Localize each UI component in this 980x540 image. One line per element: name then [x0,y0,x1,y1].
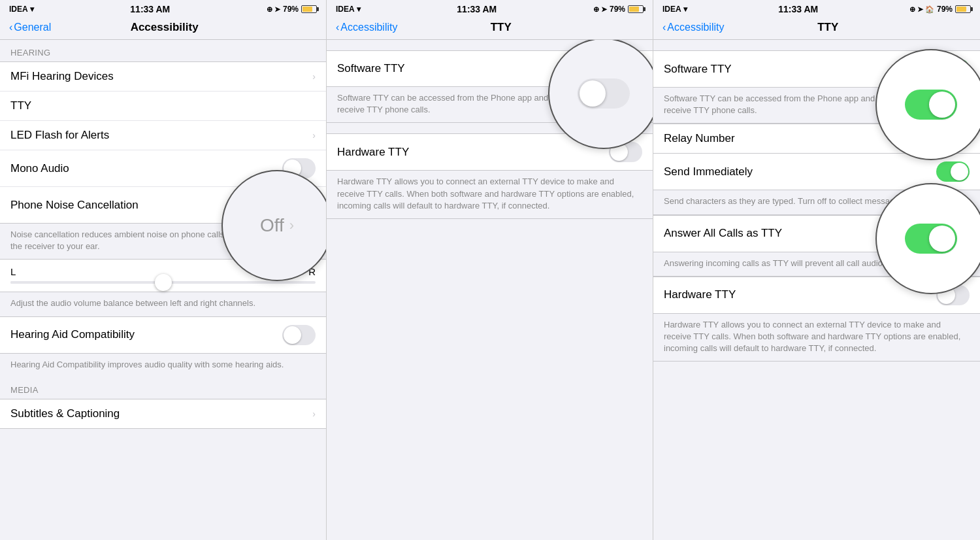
chevron-left-icon-3: ‹ [662,22,666,33]
status-right-2: ⊕ ➤ 79% [593,5,644,14]
hearing-aid-thumb [284,326,301,344]
nav-bar-2: ‹ Accessibility TTY [327,17,653,40]
location-icon-1: ⊕ ➤ [267,5,280,14]
hearing-group: MFi Hearing Devices › TTY Off › LED Flas… [0,61,326,224]
status-left-1: IDEA ▾ [9,5,34,14]
icons-2: ⊕ ➤ [593,5,607,14]
mono-audio-label: Mono Audio [10,162,282,175]
battery-icon-3 [955,5,971,13]
phone-screen-3: IDEA ▾ 11:33 AM ⊕ ➤ 🏠 79% ‹ Accessibilit… [653,0,980,540]
slider-thumb[interactable] [155,274,172,291]
tty-label: TTY [10,99,316,112]
status-bar-3: IDEA ▾ 11:33 AM ⊕ ➤ 🏠 79% [653,0,980,17]
software-tty-toggle-zoom [578,78,630,109]
phone-screen-1: IDEA ▾ 11:33 AM ⊕ ➤ 79% ‹ General Access… [0,0,327,540]
hardware-tty-label-3: Hardware TTY [664,288,936,301]
subtitles-row[interactable]: Subtitles & Captioning › [0,399,326,428]
status-bar-1: IDEA ▾ 11:33 AM ⊕ ➤ 79% [0,0,326,17]
page-title-1: Accessibility [51,21,278,34]
back-button-2[interactable]: ‹ Accessibility [336,22,397,33]
hearing-aid-group: Hearing Aid Compatibility [0,316,326,354]
tty-row[interactable]: TTY Off › [0,92,326,121]
mfi-hearing-label: MFi Hearing Devices [10,70,312,83]
time-1: 11:33 AM [130,4,170,14]
time-3: 11:33 AM [778,4,818,14]
battery-icon-2 [628,5,644,13]
carrier-3: IDEA [662,5,681,14]
send-immediately-thumb-zoom-green [929,226,955,252]
hardware-tty-note-row-3: Hardware TTY allows you to connect an ex… [653,314,980,362]
hearing-aid-row[interactable]: Hearing Aid Compatibility [0,317,326,353]
chevron-left-icon-1: ‹ [9,22,12,33]
back-label-2: Accessibility [340,22,397,33]
software-tty-group-3: Software TTY [653,50,980,88]
chevron-icon-mfi: › [312,71,316,82]
back-button-1[interactable]: ‹ General [9,22,51,33]
back-button-3[interactable]: ‹ Accessibility [662,22,724,33]
software-tty-zoom-top-3 [875,49,980,160]
wifi-icon-1: ▾ [30,5,34,14]
hardware-tty-label-2: Hardware TTY [337,146,609,159]
send-immediately-thumb-3 [951,163,968,180]
settings-content-1: HEARING MFi Hearing Devices › TTY Off › … [0,40,326,540]
media-header: MEDIA [0,377,326,399]
section-header-hearing: HEARING [0,40,326,61]
nav-bar-3: ‹ Accessibility TTY [653,17,980,40]
carrier-1: IDEA [9,5,28,14]
page-title-2: TTY [397,21,604,34]
software-tty-thumb-zoom-green [929,92,955,118]
send-immediately-zoom-3 [875,183,980,294]
led-flash-row[interactable]: LED Flash for Alerts › [0,121,326,150]
icons-3: ⊕ ➤ 🏠 [909,5,934,14]
hearing-aid-label: Hearing Aid Compatibility [10,328,282,341]
send-immediately-toggle-zoom-green [905,224,957,254]
tty-zoom-circle: Off › [221,170,326,281]
page-title-3: TTY [724,21,932,34]
tty-group-2: Software TTY [327,50,653,87]
battery-percent-1: 79% [283,5,299,14]
battery-percent-2: 79% [610,5,625,14]
nav-bar-1: ‹ General Accessibility [0,17,326,40]
settings-content-2: Software TTY Software TTY can be accesse… [327,40,653,540]
software-tty-row-2[interactable]: Software TTY [327,51,653,86]
mfi-hearing-row[interactable]: MFi Hearing Devices › [0,62,326,92]
carrier-2: IDEA [336,5,355,14]
hearing-aid-toggle[interactable] [282,325,316,345]
send-immediately-toggle-3[interactable] [936,161,970,182]
tty-zoom-chevron: › [289,217,294,234]
subtitles-label: Subtitles & Captioning [10,407,312,420]
hardware-tty-note-text-2: Hardware TTY allows you to connect an ex… [337,176,642,212]
settings-content-3: Software TTY Software TTY can be accesse… [653,40,980,540]
chevron-icon-subtitles: › [312,409,316,419]
tty-off-text: Off [260,215,284,236]
led-flash-label: LED Flash for Alerts [10,129,312,142]
software-tty-thumb-zoom [580,80,606,107]
chevron-left-icon-2: ‹ [336,22,339,33]
status-right-1: ⊕ ➤ 79% [267,5,317,14]
hearing-aid-note-row: Hearing Aid Compatibility improves audio… [0,354,326,377]
status-right-3: ⊕ ➤ 🏠 79% [909,5,971,14]
status-bar-2: IDEA ▾ 11:33 AM ⊕ ➤ 79% [327,0,653,17]
time-2: 11:33 AM [457,4,497,14]
wifi-icon-2: ▾ [357,5,361,14]
slider-note-row: Adjust the audio volume balance between … [0,292,326,316]
software-tty-zoom-2 [548,40,653,149]
hardware-tty-note-text-3: Hardware TTY allows you to connect an ex… [664,319,970,355]
slider-track[interactable] [10,281,316,284]
wifi-icon-3: ▾ [683,5,687,14]
status-left-3: IDEA ▾ [662,5,687,14]
send-immediately-label-3: Send Immediately [664,165,936,178]
phone-screen-2: IDEA ▾ 11:33 AM ⊕ ➤ 79% ‹ Accessibility … [327,0,653,540]
hardware-tty-note-row-2: Hardware TTY allows you to connect an ex… [327,171,653,219]
back-label-1: General [14,22,51,33]
battery-icon-1 [301,5,317,13]
slider-left-label: L [10,266,16,277]
slider-note-text: Adjust the audio volume balance between … [10,297,316,309]
status-left-2: IDEA ▾ [336,5,361,14]
slider-fill [10,281,163,284]
battery-percent-3: 79% [937,5,953,14]
back-label-3: Accessibility [667,22,724,33]
hearing-aid-note-text: Hearing Aid Compatibility improves audio… [10,359,316,371]
media-group: Subtitles & Captioning › [0,399,326,429]
chevron-icon-led: › [312,130,316,141]
